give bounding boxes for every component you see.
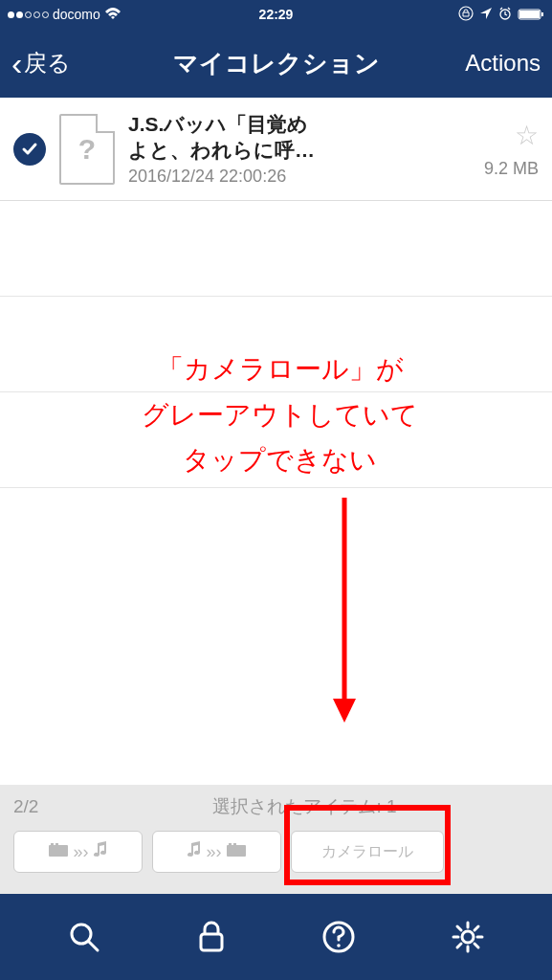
selected-label: 選択されたアイテム: 1: [71, 794, 539, 819]
search-tab[interactable]: [67, 920, 101, 954]
status-left: docomo: [8, 7, 121, 22]
chevrons-right-icon: »›: [73, 842, 88, 862]
convert-audio-to-video-button[interactable]: »›: [152, 831, 281, 873]
svg-line-23: [457, 926, 461, 930]
gear-icon: [451, 920, 485, 954]
svg-point-0: [459, 7, 473, 20]
help-icon: [321, 920, 356, 954]
svg-line-26: [457, 944, 461, 947]
lock-rotation-icon: [458, 6, 474, 24]
page-title: マイコレクション: [173, 47, 380, 80]
music-icon: [187, 841, 202, 863]
file-size: 9.2 MB: [484, 159, 539, 179]
svg-point-17: [337, 944, 341, 947]
file-list: ? J.S.バッハ「目覚め よと、われらに呼… 2016/12/24 22:00…: [0, 98, 552, 488]
file-info: J.S.バッハ「目覚め よと、われらに呼… 2016/12/24 22:00:2…: [128, 111, 471, 188]
svg-rect-9: [55, 843, 58, 845]
search-icon: [67, 920, 101, 954]
empty-rows: [0, 201, 552, 488]
svg-rect-12: [233, 843, 236, 845]
lock-icon: [196, 920, 227, 954]
help-tab[interactable]: [321, 920, 356, 954]
tab-bar: [0, 894, 552, 980]
signal-dots-icon: [8, 11, 49, 18]
list-item[interactable]: ? J.S.バッハ「目覚め よと、われらに呼… 2016/12/24 22:00…: [0, 98, 552, 201]
wifi-icon: [104, 8, 121, 21]
music-icon: [93, 841, 108, 863]
svg-rect-7: [49, 845, 68, 857]
svg-line-14: [89, 942, 98, 950]
battery-icon: [518, 8, 544, 21]
star-icon[interactable]: ☆: [515, 120, 539, 151]
svg-rect-4: [541, 12, 543, 16]
svg-rect-3: [519, 11, 540, 18]
svg-rect-11: [229, 843, 232, 845]
footer-toolbar: 2/2 選択されたアイテム: 1 »› »› カメラロール: [0, 785, 552, 894]
lock-tab[interactable]: [196, 920, 227, 954]
file-title: J.S.バッハ「目覚め よと、われらに呼…: [128, 111, 471, 164]
alarm-icon: [498, 7, 512, 23]
svg-marker-6: [333, 699, 356, 723]
annotation-arrow-icon: [325, 498, 383, 727]
checkmark-icon[interactable]: [13, 133, 46, 166]
svg-point-18: [462, 931, 474, 943]
status-bar: docomo 22:29: [0, 0, 552, 29]
video-icon: [48, 842, 69, 862]
svg-rect-15: [201, 934, 222, 950]
chevrons-right-icon: »›: [206, 842, 221, 862]
camera-roll-label: カメラロール: [321, 842, 413, 862]
page-counter: 2/2: [13, 796, 71, 817]
chevron-left-icon: ‹: [11, 47, 22, 79]
svg-line-24: [475, 944, 478, 947]
status-right: [458, 6, 544, 24]
svg-line-25: [475, 926, 478, 930]
back-label: 戻る: [24, 48, 71, 78]
video-icon: [226, 842, 247, 862]
svg-rect-10: [227, 845, 246, 857]
file-unknown-icon: ?: [59, 114, 115, 185]
status-time: 22:29: [259, 7, 294, 22]
back-button[interactable]: ‹ 戻る: [11, 47, 71, 79]
file-meta: ☆ 9.2 MB: [484, 120, 539, 179]
location-icon: [479, 7, 493, 23]
nav-bar: ‹ 戻る マイコレクション Actions: [0, 29, 552, 98]
actions-button[interactable]: Actions: [465, 50, 541, 77]
settings-tab[interactable]: [451, 920, 485, 954]
camera-roll-button: カメラロール: [291, 831, 444, 873]
svg-rect-8: [51, 843, 54, 845]
file-date: 2016/12/24 22:00:26: [128, 167, 471, 187]
convert-video-to-audio-button[interactable]: »›: [13, 831, 143, 873]
carrier-label: docomo: [53, 7, 100, 22]
